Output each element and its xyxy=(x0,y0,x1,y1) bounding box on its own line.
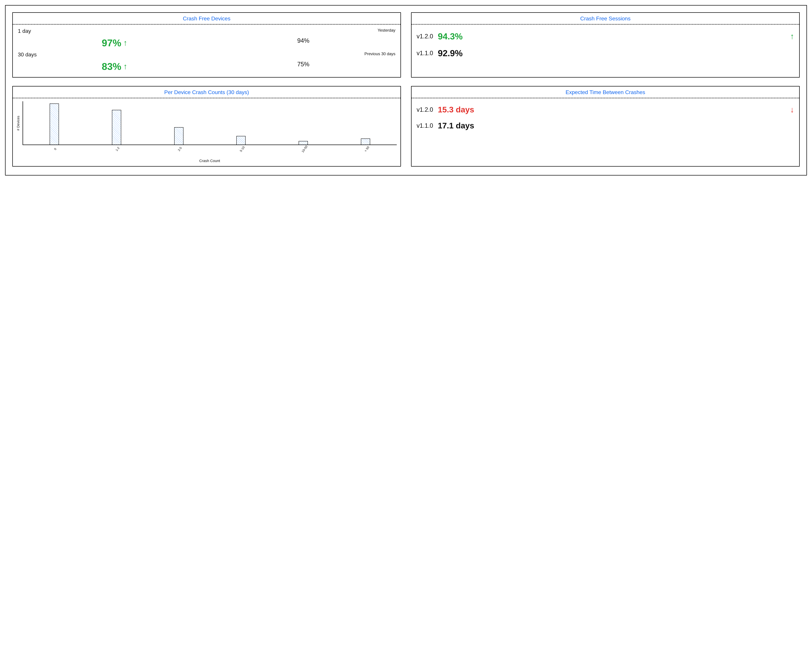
trend-up-icon: ↑ xyxy=(123,39,127,47)
metric-value: 15.3 days xyxy=(438,105,785,114)
bar-column xyxy=(336,101,395,144)
version-label: v1.1.0 xyxy=(416,122,433,129)
card-body: # Devices 01-22-55-1010-50> 50 Crash Cou… xyxy=(13,98,400,166)
metric-value: 17.1 days xyxy=(438,121,785,130)
compare-value: 75% xyxy=(211,61,396,72)
metric-value: 83% xyxy=(102,61,121,72)
card-title: Per Device Crash Counts (30 days) xyxy=(13,87,400,98)
period-label: 1 day xyxy=(18,28,211,34)
metric-value: 94.3% xyxy=(438,31,785,41)
trend-up-icon: ↑ xyxy=(790,32,794,40)
trend-down-icon: ↓ xyxy=(790,106,794,114)
card-title: Crash Free Devices xyxy=(13,13,400,25)
metric-value: 97% xyxy=(102,37,121,48)
bar-column xyxy=(149,101,208,144)
dashboard-board: Crash Free Devices 1 day Yesterday 97% ↑… xyxy=(5,5,807,176)
bar xyxy=(50,103,59,144)
version-label: v1.2.0 xyxy=(416,106,433,113)
metric-with-trend: 83% ↑ xyxy=(18,61,211,72)
version-label: v1.1.0 xyxy=(416,50,433,57)
bar-chart: # Devices xyxy=(22,101,397,145)
bar-column xyxy=(274,101,333,144)
bar-column xyxy=(25,101,84,144)
chart-plot-area xyxy=(22,101,397,145)
card-expected-time-between-crashes: Expected Time Between Crashes v1.2.0 15.… xyxy=(411,86,800,167)
card-crash-free-sessions: Crash Free Sessions v1.2.0 94.3% ↑ v1.1.… xyxy=(411,12,800,78)
compare-label: Yesterday xyxy=(211,28,396,34)
card-crash-free-devices: Crash Free Devices 1 day Yesterday 97% ↑… xyxy=(12,12,401,78)
bar-column xyxy=(87,101,146,144)
card-body: 1 day Yesterday 97% ↑ 94% 30 days Previo… xyxy=(13,25,400,77)
chart-x-axis-label: Crash Count xyxy=(22,159,397,163)
card-title: Crash Free Sessions xyxy=(412,13,799,25)
chart-x-ticks: 01-22-55-1010-50> 50 xyxy=(22,145,397,152)
period-label: 30 days xyxy=(18,51,211,58)
card-body: v1.2.0 94.3% ↑ v1.1.0 92.9% xyxy=(412,25,799,65)
bar-column xyxy=(211,101,271,144)
metric-value: 92.9% xyxy=(438,48,785,58)
metric-with-trend: 97% ↑ xyxy=(18,37,211,48)
card-per-device-crash-counts: Per Device Crash Counts (30 days) # Devi… xyxy=(12,86,401,167)
card-body: v1.2.0 15.3 days ↓ v1.1.0 17.1 days xyxy=(412,98,799,137)
bar xyxy=(112,110,121,144)
compare-label: Previous 30 days xyxy=(211,51,396,58)
compare-value: 94% xyxy=(211,37,396,48)
card-title: Expected Time Between Crashes xyxy=(412,87,799,98)
chart-y-axis-label: # Devices xyxy=(16,116,20,130)
trend-up-icon: ↑ xyxy=(123,62,127,70)
version-label: v1.2.0 xyxy=(416,33,433,40)
bar xyxy=(174,127,183,144)
